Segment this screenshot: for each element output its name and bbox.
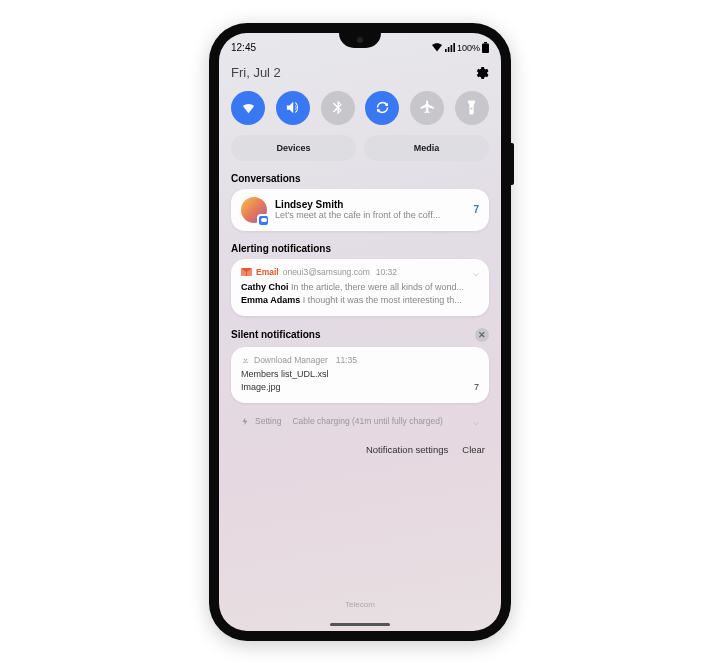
gesture-nav-bar[interactable] bbox=[330, 623, 390, 626]
download-file-2: Image.jpg7 bbox=[241, 381, 479, 395]
svg-rect-4 bbox=[484, 42, 487, 44]
setting-app-label: Setting bbox=[255, 416, 281, 426]
chevron-down-icon[interactable]: ⌵ bbox=[473, 267, 479, 278]
contact-avatar bbox=[241, 197, 267, 223]
setting-text: Cable charging (41m until fully charged) bbox=[292, 416, 442, 426]
conversation-count-badge: 7 bbox=[473, 204, 479, 215]
wifi-status-icon bbox=[431, 43, 443, 52]
download-head: Download Manager 11:35 bbox=[241, 355, 479, 365]
silent-dismiss-button[interactable]: ✕ bbox=[475, 328, 489, 342]
phone-frame: 12:45 100% Fri, Jul 2 bbox=[209, 23, 511, 641]
status-time: 12:45 bbox=[231, 42, 256, 53]
status-right-icons: 100% bbox=[431, 42, 489, 53]
front-camera bbox=[357, 37, 363, 43]
flashlight-toggle[interactable] bbox=[455, 91, 489, 125]
email-app-icon bbox=[241, 268, 252, 276]
messages-app-badge-icon bbox=[257, 214, 270, 227]
alerting-heading: Alerting notifications bbox=[231, 243, 489, 254]
chevron-down-icon[interactable]: ⌵ bbox=[473, 416, 479, 427]
silent-heading: Silent notifications ✕ bbox=[231, 328, 489, 342]
svg-rect-2 bbox=[451, 45, 453, 52]
download-file-1: Members list_UDL.xsl bbox=[241, 368, 479, 382]
wifi-toggle[interactable] bbox=[231, 91, 265, 125]
download-time-label: 11:35 bbox=[336, 355, 357, 365]
svg-rect-0 bbox=[445, 49, 447, 52]
devices-label: Devices bbox=[276, 143, 310, 153]
pills-row: Devices Media bbox=[231, 135, 489, 161]
clear-link[interactable]: Clear bbox=[462, 444, 485, 455]
conversation-sender: Lindsey Smith bbox=[275, 199, 461, 210]
phone-side-button bbox=[511, 143, 514, 185]
devices-button[interactable]: Devices bbox=[231, 135, 356, 161]
date-row: Fri, Jul 2 bbox=[231, 65, 489, 81]
phone-screen: 12:45 100% Fri, Jul 2 bbox=[219, 33, 501, 631]
settings-gear-icon[interactable] bbox=[473, 65, 489, 81]
email-app-label: Email bbox=[256, 267, 279, 277]
media-label: Media bbox=[414, 143, 440, 153]
bolt-icon bbox=[241, 417, 250, 426]
notification-settings-link[interactable]: Notification settings bbox=[366, 444, 448, 455]
svg-rect-3 bbox=[453, 43, 455, 52]
quick-settings-row bbox=[231, 91, 489, 125]
download-icon bbox=[241, 355, 250, 364]
download-notification[interactable]: Download Manager 11:35 Members list_UDL.… bbox=[231, 347, 489, 403]
svg-rect-5 bbox=[482, 44, 489, 54]
email-time-label: 10:32 bbox=[376, 267, 397, 277]
date-label: Fri, Jul 2 bbox=[231, 65, 281, 80]
download-app-label: Download Manager bbox=[254, 355, 328, 365]
email-line-1: Cathy Choi In the article, there were al… bbox=[241, 281, 479, 295]
conversation-preview: Let's meet at the cafe in front of the c… bbox=[275, 210, 461, 220]
media-button[interactable]: Media bbox=[364, 135, 489, 161]
charging-notification[interactable]: Setting Cable charging (41m until fully … bbox=[231, 409, 489, 434]
conversations-heading: Conversations bbox=[231, 173, 489, 184]
carrier-label: Telecom bbox=[231, 600, 489, 609]
rotate-toggle[interactable] bbox=[365, 91, 399, 125]
email-line-2: Emma Adams I thought it was the most int… bbox=[241, 294, 479, 308]
email-notification[interactable]: Email oneui3@samsung.com 10:32 ⌵ Cathy C… bbox=[231, 259, 489, 316]
sound-toggle[interactable] bbox=[276, 91, 310, 125]
airplane-toggle[interactable] bbox=[410, 91, 444, 125]
battery-status-icon bbox=[482, 42, 489, 53]
signal-status-icon bbox=[445, 43, 455, 52]
svg-rect-1 bbox=[448, 47, 450, 52]
conversation-body: Lindsey Smith Let's meet at the cafe in … bbox=[275, 199, 461, 220]
battery-pct-label: 100% bbox=[457, 43, 480, 53]
conversation-notification[interactable]: Lindsey Smith Let's meet at the cafe in … bbox=[231, 189, 489, 231]
bluetooth-toggle[interactable] bbox=[321, 91, 355, 125]
email-head: Email oneui3@samsung.com 10:32 ⌵ bbox=[241, 267, 479, 278]
email-account-label: oneui3@samsung.com bbox=[283, 267, 370, 277]
footer-links: Notification settings Clear bbox=[231, 444, 489, 455]
